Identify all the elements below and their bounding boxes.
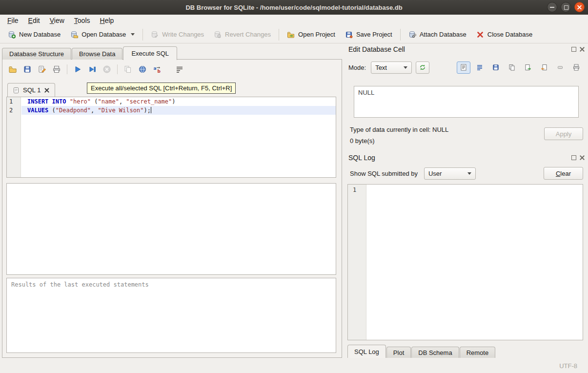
- new-database-button[interactable]: New Database: [3, 28, 65, 41]
- tab-plot[interactable]: Plot: [386, 347, 411, 358]
- sql-file-icon: [13, 87, 20, 94]
- print-icon: [572, 63, 580, 71]
- copy-icon: [508, 63, 516, 71]
- word-wrap-icon: [175, 65, 184, 74]
- export-results-icon: [123, 65, 132, 74]
- save-sql-as-button[interactable]: [35, 62, 49, 76]
- line-number-gutter: 1 2: [7, 97, 21, 177]
- attach-database-button[interactable]: Attach Database: [404, 28, 471, 41]
- tab-remote[interactable]: Remote: [460, 347, 496, 358]
- close-database-icon: [476, 31, 484, 39]
- execute-sql-panel: a b SQL 1 1 2 INSERT I: [2, 59, 342, 358]
- submitted-by-combobox[interactable]: User: [424, 167, 476, 180]
- maximize-icon[interactable]: [561, 2, 571, 12]
- line-number: 1: [7, 97, 20, 106]
- close-tab-icon[interactable]: [44, 87, 50, 93]
- menubar: File Edit View Tools Help: [0, 15, 588, 26]
- svg-text:b: b: [158, 69, 161, 74]
- new-database-icon: [8, 31, 16, 39]
- execute-all-button[interactable]: [70, 62, 85, 76]
- list-view-button[interactable]: [473, 62, 487, 74]
- close-dock-icon[interactable]: [579, 46, 585, 52]
- sql-log-view[interactable]: 1: [347, 184, 583, 340]
- save-cell-as-button[interactable]: [489, 62, 503, 74]
- encoding-indicator[interactable]: UTF-8: [559, 362, 577, 370]
- sql-editor[interactable]: 1 2 INSERT INTO "hero" ("name", "secret_…: [6, 97, 336, 178]
- close-database-button[interactable]: Close Database: [471, 28, 538, 41]
- open-database-icon: [70, 31, 78, 39]
- code-line: INSERT INTO "hero" ("name", "secret_name…: [21, 97, 336, 106]
- word-wrap-button[interactable]: [172, 62, 187, 76]
- tab-sql-log[interactable]: SQL Log: [347, 345, 386, 358]
- clear-log-button[interactable]: Clear: [544, 167, 583, 180]
- export-results-button[interactable]: [121, 62, 135, 76]
- find-replace-button[interactable]: a b: [150, 62, 164, 76]
- menu-tools[interactable]: Tools: [69, 16, 95, 25]
- write-changes-button[interactable]: Write Changes: [146, 28, 209, 41]
- code-line-current: VALUES ("Deadpond", "Dive Wilson");: [21, 106, 336, 115]
- import-cell-button[interactable]: [537, 62, 551, 74]
- tab-db-schema[interactable]: DB Schema: [411, 347, 459, 358]
- execute-line-icon: [88, 65, 97, 74]
- revert-changes-button[interactable]: Revert Changes: [209, 28, 276, 41]
- cell-size-info: 0 byte(s): [350, 137, 375, 145]
- edit-cell-dock-header: Edit Database Cell: [345, 45, 587, 54]
- open-database-dropdown-icon[interactable]: [131, 33, 135, 36]
- print-cell-button[interactable]: [569, 62, 583, 74]
- set-null-button[interactable]: [553, 62, 567, 74]
- toolbar-separator: [117, 64, 118, 74]
- set-null-icon: [556, 63, 564, 71]
- float-dock-icon[interactable]: [571, 155, 577, 161]
- export-cell-button[interactable]: [521, 62, 535, 74]
- print-sql-button[interactable]: [49, 62, 64, 76]
- open-database-button[interactable]: Open Database: [65, 28, 140, 41]
- log-line-number: 1: [348, 185, 366, 193]
- apply-button[interactable]: Apply: [544, 127, 583, 140]
- open-sql-file-button[interactable]: [5, 62, 20, 76]
- cell-value-editor[interactable]: NULL: [354, 86, 579, 118]
- menu-edit[interactable]: Edit: [23, 16, 45, 25]
- tab-browse-data[interactable]: Browse Data: [72, 48, 122, 60]
- auto-switch-mode-button[interactable]: [416, 62, 429, 74]
- sql-document-tab[interactable]: SQL 1: [7, 83, 55, 97]
- code-area[interactable]: INSERT INTO "hero" ("name", "secret_name…: [21, 97, 336, 115]
- open-project-button[interactable]: Open Project: [282, 28, 340, 41]
- save-project-button[interactable]: Save Project: [340, 28, 397, 41]
- toolbar-separator: [279, 29, 279, 41]
- execution-log-placeholder: Results of the last executed statements: [11, 281, 149, 288]
- cell-icons-group: [457, 62, 583, 74]
- toolbar-separator: [142, 29, 143, 41]
- line-number: 2: [7, 106, 20, 115]
- save-sql-file-button[interactable]: [20, 62, 35, 76]
- toolbar-separator: [67, 64, 67, 74]
- open-sql-file-icon: [8, 65, 17, 74]
- print-icon: [52, 65, 61, 74]
- tab-database-structure[interactable]: Database Structure: [2, 48, 71, 60]
- save-as-icon: [492, 63, 500, 71]
- copy-cell-button[interactable]: [505, 62, 519, 74]
- float-dock-icon[interactable]: [571, 46, 577, 52]
- menu-file[interactable]: File: [2, 16, 23, 25]
- tab-execute-sql[interactable]: Execute SQL: [123, 46, 177, 60]
- stop-execution-button[interactable]: [100, 62, 114, 76]
- mode-combobox[interactable]: Text: [371, 62, 412, 74]
- list-view-icon: [476, 63, 484, 71]
- menu-help[interactable]: Help: [95, 16, 119, 25]
- execute-line-button[interactable]: [85, 62, 100, 76]
- text-view-button[interactable]: [457, 62, 470, 74]
- dock-tabbar: SQL Log Plot DB Schema Remote: [347, 345, 496, 358]
- write-changes-icon: [151, 31, 159, 39]
- filter-label: Show SQL submitted by: [350, 170, 418, 177]
- open-project-icon: [287, 31, 295, 39]
- results-grid[interactable]: [6, 183, 336, 275]
- close-icon[interactable]: [574, 2, 585, 12]
- execution-log[interactable]: Results of the last executed statements: [6, 278, 336, 353]
- minimize-icon[interactable]: [547, 2, 557, 12]
- window-controls: [547, 2, 585, 12]
- export-cell-icon: [524, 63, 532, 71]
- menu-view[interactable]: View: [45, 16, 69, 25]
- close-dock-icon[interactable]: [579, 155, 585, 161]
- sql-log-dock-header: SQL Log: [345, 153, 587, 162]
- titlebar: DB Browser for SQLite - /home/user/code/…: [0, 0, 588, 15]
- browse-sql-button[interactable]: [135, 62, 150, 76]
